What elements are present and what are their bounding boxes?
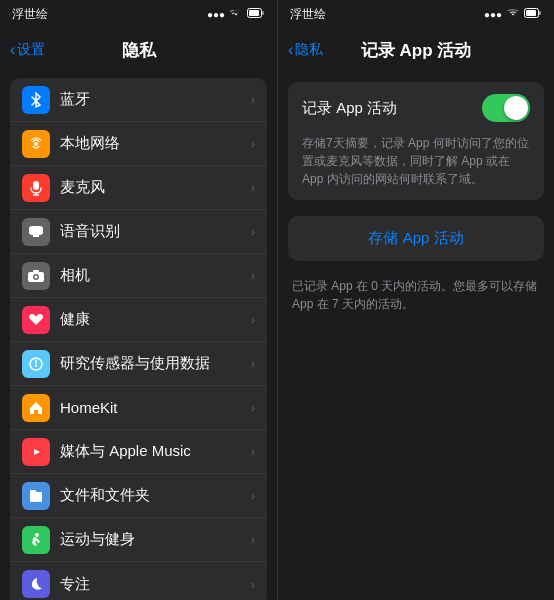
chevron-icon-right: ‹	[288, 41, 293, 59]
microphone-icon	[22, 174, 50, 202]
toggle-label: 记录 App 活动	[302, 99, 482, 118]
chevron-icon: ›	[251, 356, 255, 371]
app-name-right: 浮世绘	[290, 6, 326, 23]
left-panel: 浮世绘 ●●● ‹ 设置 隐私	[0, 0, 277, 600]
battery-icon	[247, 8, 265, 20]
speech-label: 语音识别	[60, 222, 251, 241]
status-icons-left: ●●●	[207, 8, 265, 20]
privacy-items-group: 蓝牙 › 本地网络 ›	[10, 78, 267, 600]
nav-bar-right: ‹ 隐私 记录 App 活动	[278, 28, 554, 72]
toggle-card: 记录 App 活动 存储7天摘要，记录 App 何时访问了您的位置或麦克风等数据…	[288, 82, 544, 200]
bluetooth-icon	[22, 86, 50, 114]
fitness-label: 运动与健身	[60, 530, 251, 549]
bluetooth-label: 蓝牙	[60, 90, 251, 109]
back-button-left[interactable]: ‹ 设置	[10, 41, 45, 59]
camera-label: 相机	[60, 266, 251, 285]
back-button-right[interactable]: ‹ 隐私	[288, 41, 323, 59]
health-label: 健康	[60, 310, 251, 329]
list-item-research[interactable]: 研究传感器与使用数据 ›	[10, 342, 267, 386]
svg-point-3	[34, 142, 38, 146]
settings-list: 蓝牙 › 本地网络 ›	[0, 72, 277, 600]
save-button-card: 存储 App 活动	[288, 216, 544, 261]
nav-title-left: 隐私	[122, 39, 156, 62]
svg-rect-2	[262, 11, 264, 15]
chevron-icon-left: ‹	[10, 41, 15, 59]
list-item-speech[interactable]: 语音识别 ›	[10, 210, 267, 254]
wifi-icon	[229, 8, 243, 20]
fitness-icon	[22, 526, 50, 554]
toggle-switch[interactable]	[482, 94, 530, 122]
chevron-icon: ›	[251, 312, 255, 327]
speech-icon	[22, 218, 50, 246]
app-name-left: 浮世绘	[12, 6, 48, 23]
nav-bar-left: ‹ 设置 隐私	[0, 28, 277, 72]
list-item-health[interactable]: 健康 ›	[10, 298, 267, 342]
research-icon	[22, 350, 50, 378]
list-item-homekit[interactable]: HomeKit ›	[10, 386, 267, 430]
save-button-label: 存储 App 活动	[368, 229, 463, 248]
chevron-icon: ›	[251, 136, 255, 151]
battery-icon-right	[524, 8, 542, 20]
list-item-focus[interactable]: 专注 ›	[10, 562, 267, 600]
activity-status-text: 已记录 App 在 0 天内的活动。您最多可以存储 App 在 7 天内的活动。	[288, 277, 544, 321]
focus-icon	[22, 570, 50, 598]
microphone-label: 麦克风	[60, 178, 251, 197]
chevron-icon: ›	[251, 400, 255, 415]
status-icons-right: ●●●	[484, 8, 542, 20]
svg-rect-1	[249, 10, 259, 16]
svg-rect-7	[29, 226, 43, 235]
focus-label: 专注	[60, 575, 251, 594]
save-app-activity-button[interactable]: 存储 App 活动	[288, 216, 544, 261]
back-label-left: 设置	[17, 41, 45, 59]
homekit-icon	[22, 394, 50, 422]
svg-rect-4	[33, 181, 39, 190]
list-item-local-network[interactable]: 本地网络 ›	[10, 122, 267, 166]
chevron-icon: ›	[251, 488, 255, 503]
list-item-files[interactable]: 文件和文件夹 ›	[10, 474, 267, 518]
files-label: 文件和文件夹	[60, 486, 251, 505]
status-bar-left: 浮世绘 ●●●	[0, 0, 277, 28]
files-icon	[22, 482, 50, 510]
toggle-row: 记录 App 活动	[288, 82, 544, 134]
svg-point-14	[35, 365, 37, 367]
local-network-label: 本地网络	[60, 134, 251, 153]
media-label: 媒体与 Apple Music	[60, 442, 251, 461]
svg-rect-19	[539, 11, 541, 15]
right-panel: 浮世绘 ●●● ‹ 隐私 记录 App 活	[277, 0, 554, 600]
list-item-media[interactable]: 媒体与 Apple Music ›	[10, 430, 267, 474]
signal-icon: ●●●	[207, 9, 225, 20]
list-item-camera[interactable]: 相机 ›	[10, 254, 267, 298]
nav-title-right: 记录 App 活动	[361, 39, 472, 62]
chevron-icon: ›	[251, 577, 255, 592]
list-item-microphone[interactable]: 麦克风 ›	[10, 166, 267, 210]
status-bar-right: 浮世绘 ●●●	[278, 0, 554, 28]
signal-icon-right: ●●●	[484, 9, 502, 20]
chevron-icon: ›	[251, 92, 255, 107]
list-item-bluetooth[interactable]: 蓝牙 ›	[10, 78, 267, 122]
homekit-label: HomeKit	[60, 399, 251, 416]
chevron-icon: ›	[251, 224, 255, 239]
media-icon	[22, 438, 50, 466]
chevron-icon: ›	[251, 532, 255, 547]
chevron-icon: ›	[251, 444, 255, 459]
wifi-icon-right	[506, 8, 520, 20]
svg-point-16	[35, 533, 39, 537]
toggle-description: 存储7天摘要，记录 App 何时访问了您的位置或麦克风等数据，同时了解 App …	[288, 134, 544, 200]
svg-point-10	[35, 275, 38, 278]
camera-icon	[22, 262, 50, 290]
local-network-icon	[22, 130, 50, 158]
svg-rect-11	[33, 270, 39, 273]
chevron-icon: ›	[251, 180, 255, 195]
right-content: 记录 App 活动 存储7天摘要，记录 App 何时访问了您的位置或麦克风等数据…	[278, 72, 554, 600]
svg-rect-18	[526, 10, 536, 16]
chevron-icon: ›	[251, 268, 255, 283]
list-item-fitness[interactable]: 运动与健身 ›	[10, 518, 267, 562]
back-label-right: 隐私	[295, 41, 323, 59]
research-label: 研究传感器与使用数据	[60, 354, 251, 373]
health-icon	[22, 306, 50, 334]
